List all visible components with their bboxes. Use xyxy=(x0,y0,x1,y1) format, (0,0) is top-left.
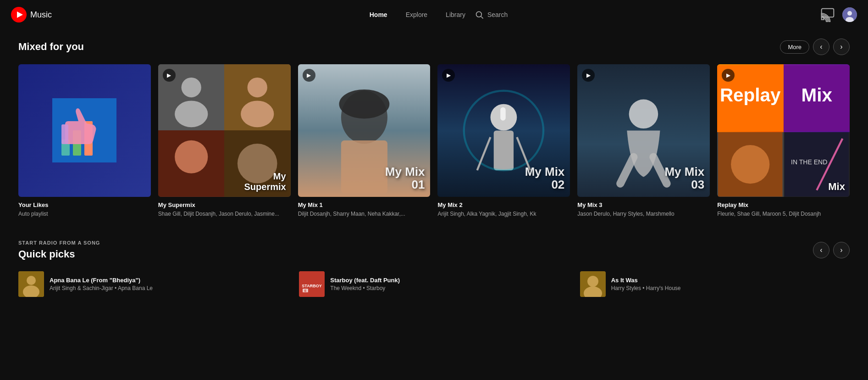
svg-text:IN THE END: IN THE END xyxy=(791,159,827,166)
replay-cell-tr: Mix xyxy=(784,64,850,132)
svg-point-46 xyxy=(27,276,36,285)
card-subtitle-supermix: Shae Gill, Diljit Dosanjh, Jason Derulo,… xyxy=(158,210,291,218)
card-title-replay: Replay Mix xyxy=(717,201,850,208)
qp-item-starboy[interactable]: STARBOY E Starboy (feat. Daft Punk) The … xyxy=(299,268,569,301)
nav-explore[interactable]: Explore xyxy=(397,7,437,22)
card-subtitle-likes: Auto playlist xyxy=(18,210,151,218)
card-thumb-mix3: ▶ My Mix03 xyxy=(577,64,710,197)
supermix-cell-tr xyxy=(224,64,290,130)
svg-point-41 xyxy=(731,145,769,184)
logo-area: Music xyxy=(11,7,52,22)
search-label: Search xyxy=(487,11,508,18)
nav-home[interactable]: Home xyxy=(360,7,397,22)
mixed-for-you-section: Mixed for you More ‹ › xyxy=(18,39,850,218)
quick-picks-header: START RADIO FROM A SONG Quick picks ‹ › xyxy=(18,240,850,260)
svg-point-6 xyxy=(847,11,852,16)
card-mix1[interactable]: ▶ My Mix01 My Mix 1 Diljit Dosanjh, Shar… xyxy=(298,64,431,218)
card-thumb-likes xyxy=(18,64,151,197)
qp-title-starboy: Starboy (feat. Daft Punk) xyxy=(330,277,569,284)
main-content: Mixed for you More ‹ › xyxy=(0,29,868,310)
card-thumb-mix1: ▶ My Mix01 xyxy=(298,64,431,197)
quick-picks-controls: ‹ › xyxy=(813,242,850,258)
card-thumb-replay: Replay Mix IN THE END xyxy=(717,64,850,197)
svg-point-17 xyxy=(248,78,267,97)
header-right xyxy=(820,7,857,22)
qp-title-asitwas: As It Was xyxy=(611,277,850,284)
quick-picks-grid: Apna Bana Le (From "Bhediya") Arijit Sin… xyxy=(18,268,850,301)
card-title-likes: Your Likes xyxy=(18,201,151,208)
mix1-label: My Mix01 xyxy=(385,165,425,191)
svg-rect-33 xyxy=(501,107,506,121)
qp-prev-button[interactable]: ‹ xyxy=(813,242,829,258)
quick-picks-title: Quick picks xyxy=(18,248,813,260)
card-subtitle-replay: Fleurie, Shae Gill, Maroon 5, Diljit Dos… xyxy=(717,210,850,218)
svg-point-2 xyxy=(476,11,481,17)
svg-rect-26 xyxy=(341,140,387,194)
search-icon xyxy=(475,10,484,19)
qp-sub-apna: Arijit Singh & Sachin-Jigar • Apna Bana … xyxy=(50,285,288,291)
qp-info-apna: Apna Bana Le (From "Bhediya") Arijit Sin… xyxy=(50,277,288,291)
card-title-mix1: My Mix 1 xyxy=(298,201,431,208)
card-title-supermix: My Supermix xyxy=(158,201,291,208)
more-button[interactable]: More xyxy=(780,40,809,54)
section-label: START RADIO FROM A SONG xyxy=(18,240,813,246)
qp-thumb-apna xyxy=(18,271,44,297)
likes-artwork xyxy=(52,98,116,162)
svg-point-25 xyxy=(339,89,389,119)
qp-info-starboy: Starboy (feat. Daft Punk) The Weeknd • S… xyxy=(330,277,569,291)
qp-title-apna: Apna Bana Le (From "Bhediya") xyxy=(50,277,288,284)
qp-info-asitwas: As It Was Harry Styles • Harry's House xyxy=(611,277,850,291)
svg-point-14 xyxy=(181,78,201,97)
card-subtitle-mix3: Jason Derulo, Harry Styles, Marshmello xyxy=(577,210,710,218)
replay-cell-bl xyxy=(717,132,783,196)
svg-text:E: E xyxy=(304,289,307,292)
youtube-music-logo[interactable] xyxy=(11,7,27,22)
svg-point-20 xyxy=(175,140,208,173)
svg-point-35 xyxy=(629,100,658,129)
nav-library[interactable]: Library xyxy=(437,7,475,22)
card-title-mix3: My Mix 3 xyxy=(577,201,710,208)
play-icon-supermix: ▶ xyxy=(163,69,176,82)
header: Music Home Explore Library Search xyxy=(0,0,868,29)
next-button[interactable]: › xyxy=(833,39,850,55)
svg-text:STARBOY: STARBOY xyxy=(302,284,322,288)
mix3-label: My Mix03 xyxy=(664,165,704,191)
section-header: Mixed for you More ‹ › xyxy=(18,39,850,55)
quick-picks-title-wrap: START RADIO FROM A SONG Quick picks xyxy=(18,240,813,260)
qp-sub-starboy: The Weeknd • Starboy xyxy=(330,285,569,291)
card-thumb-supermix: ▶ MySupermix xyxy=(158,64,291,197)
card-subtitle-mix2: Arijit Singh, Alka Yagnik, Jagjit Singh,… xyxy=(437,210,570,218)
qp-next-button[interactable]: › xyxy=(833,242,850,258)
svg-point-15 xyxy=(175,101,208,127)
section-title: Mixed for you xyxy=(18,41,780,53)
svg-text:Replay: Replay xyxy=(720,84,781,106)
cast-icon[interactable] xyxy=(820,7,835,22)
avatar[interactable] xyxy=(842,7,857,22)
quick-picks-section: START RADIO FROM A SONG Quick picks ‹ › xyxy=(18,240,850,301)
prev-button[interactable]: ‹ xyxy=(813,39,829,55)
mix2-label: My Mix02 xyxy=(525,165,565,191)
svg-rect-29 xyxy=(494,130,514,170)
qp-thumb-starboy: STARBOY E xyxy=(299,271,325,297)
replay-label: Mix xyxy=(828,181,845,192)
card-title-mix2: My Mix 2 xyxy=(437,201,570,208)
card-mix3[interactable]: ▶ My Mix03 My Mix 3 Jason Derulo, Harry … xyxy=(577,64,710,218)
qp-item-apna-bana-le[interactable]: Apna Bana Le (From "Bhediya") Arijit Sin… xyxy=(18,268,288,301)
play-icon-replay: ▶ xyxy=(722,69,735,82)
section-controls: More ‹ › xyxy=(780,39,850,55)
qp-thumb-asitwas xyxy=(580,271,606,297)
svg-point-18 xyxy=(241,101,274,127)
supermix-cell-bl xyxy=(158,130,224,196)
qp-sub-asitwas: Harry Styles • Harry's House xyxy=(611,285,850,291)
card-supermix[interactable]: ▶ MySupermix My Supermix Shae Gill, Dilj… xyxy=(158,64,291,218)
qp-item-as-it-was[interactable]: As It Was Harry Styles • Harry's House xyxy=(580,268,850,301)
svg-text:Mix: Mix xyxy=(801,84,832,106)
card-mix2[interactable]: ▶ My Mix02 My Mix 2 xyxy=(437,64,570,218)
svg-point-53 xyxy=(587,276,598,287)
card-your-likes[interactable]: Your Likes Auto playlist xyxy=(18,64,151,218)
cards-row: Your Likes Auto playlist xyxy=(18,64,850,218)
app-name: Music xyxy=(30,10,52,20)
search-area[interactable]: Search xyxy=(475,10,508,19)
svg-rect-12 xyxy=(61,124,68,144)
card-replay[interactable]: Replay Mix IN THE END xyxy=(717,64,850,218)
